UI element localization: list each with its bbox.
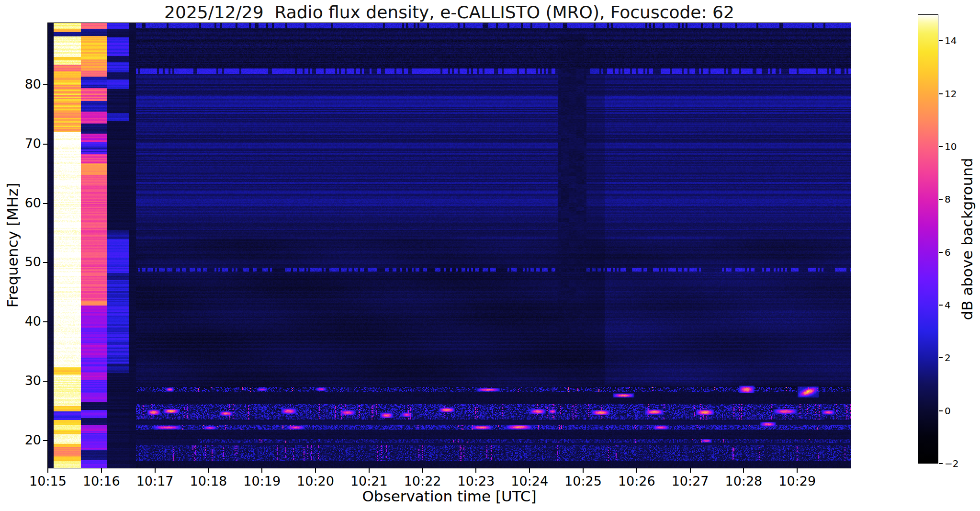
x-tick-mark — [422, 468, 423, 473]
colorbar — [918, 14, 938, 464]
y-tick-mark — [43, 144, 47, 145]
colorbar-label: dB above background — [958, 158, 976, 320]
x-tick-label: 10:28 — [717, 474, 770, 488]
x-tick-label: 10:20 — [289, 474, 342, 488]
x-tick-mark — [369, 468, 370, 473]
x-tick-label: 10:22 — [396, 474, 449, 488]
spectrogram-figure: 2025/12/29 Radio flux density, e-CALLIST… — [0, 0, 980, 511]
x-tick-mark — [690, 468, 691, 473]
y-tick-label: 60 — [4, 195, 41, 210]
colorbar-tick-label: 0 — [945, 405, 969, 417]
x-axis-label: Observation time [UTC] — [48, 488, 851, 505]
x-tick-label: 10:25 — [557, 474, 609, 488]
y-tick-mark — [43, 381, 47, 382]
x-tick-label: 10:18 — [182, 474, 235, 488]
colorbar-tick-label: 2 — [945, 352, 969, 363]
colorbar-tick-label: 10 — [945, 141, 969, 152]
y-tick-mark — [43, 440, 47, 441]
x-tick-mark — [797, 468, 798, 473]
x-tick-label: 10:29 — [771, 474, 823, 488]
colorbar-tick-mark — [939, 252, 943, 253]
colorbar-tick-label: 8 — [945, 193, 969, 205]
colorbar-tick-mark — [939, 93, 943, 94]
y-tick-label: 50 — [4, 254, 41, 269]
chart-title: 2025/12/29 Radio flux density, e-CALLIST… — [48, 2, 851, 22]
x-tick-mark — [101, 468, 102, 473]
x-tick-mark — [47, 468, 48, 473]
x-tick-mark — [475, 468, 476, 473]
colorbar-tick-label: 4 — [945, 299, 969, 311]
x-tick-label: 10:17 — [129, 474, 181, 488]
x-tick-mark — [315, 468, 316, 473]
colorbar-tick-mark — [939, 357, 943, 358]
x-tick-label: 10:23 — [450, 474, 502, 488]
x-tick-label: 10:15 — [22, 474, 74, 488]
colorbar-tick-mark — [939, 40, 943, 41]
x-tick-mark — [583, 468, 584, 473]
colorbar-tick-label: 14 — [945, 35, 969, 46]
x-tick-label: 10:26 — [610, 474, 663, 488]
x-tick-label: 10:19 — [236, 474, 288, 488]
colorbar-tick-mark — [939, 410, 943, 411]
colorbar-tick-mark — [939, 463, 943, 464]
x-tick-mark — [208, 468, 209, 473]
y-tick-label: 80 — [4, 77, 41, 91]
colorbar-tick-mark — [939, 146, 943, 147]
plot-area — [47, 23, 851, 468]
x-tick-mark — [743, 468, 744, 473]
x-tick-label: 10:24 — [503, 474, 556, 488]
y-tick-label: 40 — [4, 314, 41, 329]
colorbar-tick-label: 12 — [945, 88, 969, 100]
y-tick-mark — [43, 262, 47, 263]
x-tick-mark — [155, 468, 156, 473]
y-tick-label: 30 — [4, 373, 41, 388]
spectrogram-canvas — [48, 23, 851, 468]
x-tick-label: 10:16 — [75, 474, 128, 488]
x-tick-mark — [261, 468, 262, 473]
y-tick-label: 70 — [4, 136, 41, 151]
y-tick-mark — [43, 321, 47, 322]
y-tick-mark — [43, 84, 47, 85]
colorbar-tick-mark — [939, 199, 943, 200]
x-tick-mark — [529, 468, 530, 473]
y-tick-label: 20 — [4, 432, 41, 447]
colorbar-tick-mark — [939, 305, 943, 306]
colorbar-tick-label: 6 — [945, 247, 969, 258]
y-tick-mark — [43, 203, 47, 204]
colorbar-tick-label: −2 — [945, 458, 969, 469]
x-tick-mark — [636, 468, 637, 473]
x-tick-label: 10:21 — [343, 474, 395, 488]
x-tick-label: 10:27 — [664, 474, 717, 488]
